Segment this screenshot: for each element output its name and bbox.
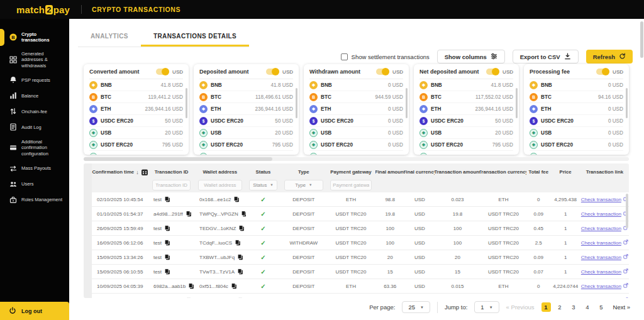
copy-transaction-id-button[interactable]: [164, 225, 170, 231]
type-filter-select[interactable]: Type▼: [284, 180, 323, 190]
status-cell: ✓: [246, 196, 281, 203]
refresh-button[interactable]: Refresh: [586, 50, 633, 63]
tab-transactions-details[interactable]: TRANSACTIONS DETAILS: [141, 28, 249, 47]
sidebar-item-generated-addresses-withdrawals[interactable]: Generated addresses & withdrawals: [0, 47, 69, 72]
coin-name: USB: [211, 130, 221, 136]
total-fee-cell: 0: [526, 284, 551, 289]
jump-to-select[interactable]: 1▼: [474, 301, 499, 313]
copy-transaction-id-button[interactable]: [164, 196, 170, 202]
card-scrollbar[interactable]: [186, 88, 187, 118]
currency-toggle[interactable]: [486, 69, 499, 75]
page-number-1[interactable]: 1: [541, 302, 551, 312]
wallet-address-filter-input[interactable]: [201, 182, 239, 188]
logout-button[interactable]: Log out: [0, 302, 69, 320]
coin-row: B BTC 944.59 USD: [309, 91, 403, 103]
status-filter-select[interactable]: Status▼: [249, 180, 278, 190]
copy-wallet-address-button[interactable]: [233, 196, 240, 202]
copy-transaction-id-button[interactable]: [186, 297, 192, 298]
settlement-checkbox[interactable]: [341, 53, 348, 60]
final-amount-cell: 100: [375, 226, 405, 231]
coin-name: ETH: [541, 106, 551, 112]
transaction-amount-cell: 15: [435, 269, 480, 275]
page-number-3[interactable]: 3: [569, 302, 579, 312]
check-transaction-link[interactable]: Check transaction: [581, 297, 628, 298]
sidebar-item-roles-management[interactable]: Roles Management: [0, 192, 69, 207]
sidebar-item-crypto-transactions[interactable]: B Crypto transactions: [0, 28, 69, 47]
check-transaction-link[interactable]: Check transaction: [581, 196, 628, 202]
app-logo: match2pay: [16, 4, 70, 15]
per-page-select[interactable]: 25▼: [402, 301, 430, 313]
page-scrollbar[interactable]: [640, 21, 643, 58]
currency-toggle[interactable]: [156, 69, 169, 75]
next-page-button[interactable]: Next »: [613, 304, 630, 311]
sidebar-item-additional-confirmation-configuration[interactable]: Additional confirmation configuration: [0, 135, 69, 160]
calendar-icon[interactable]: [141, 168, 148, 176]
sidebar-item-users[interactable]: Users: [0, 176, 69, 192]
show-columns-button[interactable]: Show columns: [437, 50, 505, 63]
copy-wallet-address-button[interactable]: [241, 211, 246, 217]
cards-horizontal-scrollbar[interactable]: [84, 157, 629, 161]
sidebar-item-mass-payouts[interactable]: Mass Payouts: [0, 160, 69, 176]
card-scrollbar[interactable]: [406, 88, 408, 118]
transaction-id-filter-input[interactable]: [155, 182, 189, 188]
table-row: 02/10/2025 10:45:54test0x168...ee1c2✓DEP…: [92, 192, 629, 207]
card-scrollbar[interactable]: [296, 88, 297, 118]
payment-gateway-filter-input[interactable]: [333, 182, 369, 188]
sidebar-item-onchain-fee[interactable]: Onchain-fee: [0, 104, 69, 119]
sidebar-item-audit-log[interactable]: Audit Log: [0, 119, 69, 135]
table-header-labels: Confirmation time↓Transaction IDWallet a…: [92, 167, 629, 177]
transaction-currency-cell: USDT TRC20: [480, 255, 526, 260]
coin-row: ◆ USDT ERC20 0 USD: [530, 139, 623, 151]
copy-wallet-address-button[interactable]: [235, 240, 241, 246]
transaction-amount-cell: 19.8: [435, 211, 480, 217]
sidebar-item-psp-requests[interactable]: PSP requests: [0, 72, 69, 88]
check-transaction-link[interactable]: Check transaction: [581, 254, 628, 260]
sidebar-item-balance[interactable]: Balance: [0, 88, 69, 104]
bnb-coin-icon: ◆: [199, 81, 208, 89]
page-number-2[interactable]: 2: [555, 302, 565, 312]
check-transaction-link[interactable]: Check transaction: [581, 283, 628, 289]
copy-wallet-address-button[interactable]: [231, 283, 237, 289]
settlement-checkbox-wrap[interactable]: Show settlement transactions: [341, 53, 430, 60]
coin-value: 41.8 USD: [271, 82, 294, 88]
currency-toggle[interactable]: [266, 69, 279, 75]
page-number-5[interactable]: 5: [597, 302, 606, 312]
check-transaction-link[interactable]: Check transaction: [581, 211, 628, 217]
copy-wallet-address-button[interactable]: [238, 225, 245, 231]
sort-descending-icon[interactable]: ↓: [136, 169, 139, 175]
column-header[interactable]: Confirmation time↓: [92, 167, 148, 177]
summary-card: Converted amount USD ◆ BNB 41.8 USD B BT…: [84, 64, 189, 155]
copy-transaction-id-button[interactable]: [188, 283, 194, 289]
coin-name: BNB: [431, 82, 442, 88]
coin-value: 50 USD: [495, 118, 513, 124]
copy-wallet-address-button[interactable]: [237, 268, 243, 275]
tab-analytics[interactable]: ANALYTICS: [78, 28, 141, 47]
check-transaction-link[interactable]: Check transaction: [581, 268, 628, 275]
final-amount-cell: 19.8: [375, 298, 405, 299]
total-fee-cell: 0.45: [526, 226, 551, 231]
coin-row: $ USDC ERC20 50 USD: [419, 115, 513, 127]
copy-wallet-address-button[interactable]: [237, 254, 243, 260]
export-csv-button[interactable]: Export to CSV: [513, 50, 579, 63]
copy-transaction-id-button[interactable]: [186, 211, 192, 217]
check-transaction-link[interactable]: Check transaction: [581, 225, 628, 231]
transaction-amount-cell: 20: [435, 255, 480, 260]
copy-wallet-address-button[interactable]: [238, 297, 244, 298]
card-scrollbar[interactable]: [626, 88, 628, 118]
status-cell: ✓: [246, 283, 281, 290]
coin-row: B BTC 94.16 USD: [530, 91, 623, 103]
btc-coin-icon: B: [199, 93, 208, 101]
copy-transaction-id-button[interactable]: [164, 268, 170, 275]
table-vertical-scrollbar[interactable]: [626, 194, 628, 228]
previous-page-button[interactable]: « Previous: [506, 304, 535, 311]
currency-toggle[interactable]: [596, 69, 609, 75]
check-transaction-link[interactable]: Check transaction: [581, 240, 628, 246]
copy-transaction-id-button[interactable]: [164, 240, 170, 246]
page-number-4[interactable]: 4: [583, 302, 592, 312]
scrollbar-thumb[interactable]: [84, 157, 272, 161]
currency-toggle[interactable]: [376, 69, 389, 75]
card-scrollbar[interactable]: [516, 88, 518, 118]
refresh-icon: [619, 53, 626, 61]
usdt-coin-icon: ◆: [419, 153, 428, 155]
copy-transaction-id-button[interactable]: [164, 254, 170, 260]
